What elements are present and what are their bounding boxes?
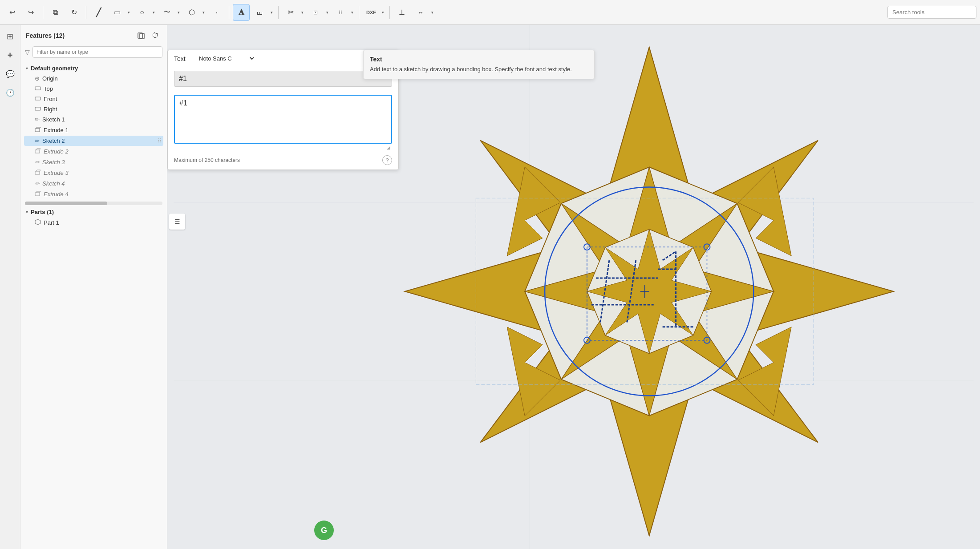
- extrude-icon2: [35, 148, 41, 154]
- search-input[interactable]: [32, 46, 162, 58]
- extrude-icon: [35, 126, 41, 134]
- parts-section: ▾ Parts (1) Part 1: [20, 207, 167, 228]
- svg-marker-21: [35, 219, 40, 225]
- dimension-button[interactable]: ↔: [412, 4, 429, 21]
- sketch4-item[interactable]: ✏ Sketch 4: [24, 178, 163, 189]
- search-tools-input[interactable]: [887, 6, 976, 19]
- sketch3-item[interactable]: ✏ Sketch 3: [24, 157, 163, 167]
- circle-tool-group: ○ ▾: [134, 4, 157, 21]
- tooltip-description: Add text to a sketch by drawing a boundi…: [370, 65, 588, 73]
- toolbar-sep-6: [389, 6, 390, 19]
- circle-button[interactable]: ○: [134, 4, 150, 21]
- parts-expand-icon: ▾: [26, 210, 28, 214]
- part1-icon: [35, 219, 41, 226]
- extrude1-item[interactable]: Extrude 1: [24, 125, 163, 136]
- front-item[interactable]: Front: [24, 94, 163, 104]
- line-button[interactable]: ╱: [90, 4, 107, 21]
- parts-label: Parts (1): [31, 209, 54, 215]
- top-label: Top: [44, 85, 53, 92]
- svg-rect-17: [35, 193, 40, 196]
- add-icon-btn[interactable]: +: [2, 47, 18, 63]
- extrude4-label: Extrude 4: [44, 191, 69, 198]
- plane-icon2: [35, 96, 41, 101]
- top-item[interactable]: Top: [24, 84, 163, 94]
- extrude3-label: Extrude 3: [44, 170, 69, 176]
- dimension-arrow-button[interactable]: ▾: [429, 4, 435, 21]
- extrude4-item[interactable]: Extrude 4: [24, 189, 163, 200]
- sketch2-icon: ✏: [35, 137, 40, 144]
- help-button[interactable]: ?: [382, 155, 392, 165]
- dxf-button[interactable]: DXF: [363, 4, 380, 21]
- sidebar-header-icons: ⏱: [135, 29, 162, 42]
- front-icon: [35, 96, 41, 102]
- canvas-area: Text Noto Sans C Arial Times New Roman #…: [167, 25, 980, 549]
- comment-icon-btn[interactable]: 💬: [2, 66, 18, 82]
- mirror-arrow-button[interactable]: ▾: [268, 4, 275, 21]
- polygon-arrow-button[interactable]: ▾: [200, 4, 207, 21]
- rect-arrow-button[interactable]: ▾: [126, 4, 132, 21]
- grid-icon-btn[interactable]: ⊞: [2, 28, 18, 44]
- polygon-button[interactable]: ⬡: [183, 4, 200, 21]
- spline-arrow-button[interactable]: ▾: [175, 4, 182, 21]
- svg-rect-1: [140, 33, 144, 39]
- point-button[interactable]: ·: [208, 4, 225, 21]
- pattern-arrow-button[interactable]: ▾: [349, 4, 355, 21]
- offset-arrow-button[interactable]: ▾: [324, 4, 330, 21]
- rotate-button[interactable]: ↻: [65, 4, 82, 21]
- circle-arrow-button[interactable]: ▾: [150, 4, 157, 21]
- export-icon-btn[interactable]: [135, 29, 147, 42]
- default-geometry-section: ▾ Default geometry ⊕ Origin Top: [20, 63, 167, 200]
- svg-rect-5: [35, 129, 40, 132]
- svg-rect-9: [35, 150, 40, 153]
- dxf-arrow-button[interactable]: ▾: [380, 4, 386, 21]
- timer-icon-btn[interactable]: ⏱: [149, 29, 162, 42]
- extrude2-item[interactable]: Extrude 2: [24, 146, 163, 157]
- svg-rect-3: [35, 97, 40, 100]
- pattern-button[interactable]: ⁞⁞: [332, 4, 349, 21]
- right-item[interactable]: Right: [24, 104, 163, 114]
- top-icon: [35, 85, 41, 92]
- toolbar-sep-5: [359, 6, 359, 19]
- user-avatar[interactable]: G: [314, 521, 334, 540]
- text-panel-label: Text: [174, 55, 192, 62]
- sketch2-label: Sketch 2: [42, 137, 65, 144]
- undo-button[interactable]: ↩: [4, 4, 20, 21]
- sketch4-icon: ✏: [35, 180, 40, 187]
- copy-button[interactable]: ⧉: [47, 4, 64, 21]
- default-geometry-header[interactable]: ▾ Default geometry: [24, 63, 163, 73]
- mirror-tool-group: ⧢ ▾: [251, 4, 275, 21]
- toolbar-sep-1: [43, 6, 43, 19]
- text-button[interactable]: 𝐀: [233, 4, 250, 21]
- list-tool-button[interactable]: ☰: [169, 214, 185, 230]
- sketch4-label: Sketch 4: [42, 180, 65, 187]
- export-icon: [138, 32, 145, 39]
- trim-button[interactable]: ✂: [282, 4, 299, 21]
- spline-button[interactable]: 〜: [158, 4, 175, 21]
- sketch3-label: Sketch 3: [42, 159, 65, 166]
- horizontal-scrollbar[interactable]: [25, 202, 162, 205]
- origin-label: Origin: [42, 75, 58, 82]
- trim-arrow-button[interactable]: ▾: [299, 4, 305, 21]
- text-edit-row: #1 ◢: [168, 91, 398, 153]
- redo-button[interactable]: ↪: [22, 4, 39, 21]
- part1-item[interactable]: Part 1: [24, 217, 163, 228]
- constraint-button[interactable]: ⊥: [393, 4, 410, 21]
- extrude-icon3: [35, 169, 41, 175]
- extrude3-item[interactable]: Extrude 3: [24, 167, 163, 178]
- font-selector[interactable]: Noto Sans C Arial Times New Roman: [197, 55, 255, 62]
- extrude4-icon: [35, 190, 41, 198]
- origin-item[interactable]: ⊕ Origin: [24, 73, 163, 84]
- plane-icon3: [35, 106, 41, 111]
- mirror-button[interactable]: ⧢: [251, 4, 268, 21]
- plane-icon: [35, 85, 41, 91]
- offset-button[interactable]: ⊡: [307, 4, 324, 21]
- spline-tool-group: 〜 ▾: [158, 4, 182, 21]
- history-icon-btn[interactable]: 🕐: [2, 85, 18, 101]
- sidebar-title: Features (12): [26, 32, 65, 39]
- char-count-row: Maximum of 250 characters ?: [168, 153, 398, 170]
- parts-header[interactable]: ▾ Parts (1): [24, 207, 163, 217]
- sketch1-item[interactable]: ✏ Sketch 1: [24, 114, 163, 125]
- sketch2-item[interactable]: ✏ Sketch 2 ⠿: [24, 136, 163, 146]
- text-edit-input[interactable]: #1: [174, 95, 392, 144]
- rect-button[interactable]: ▭: [109, 4, 126, 21]
